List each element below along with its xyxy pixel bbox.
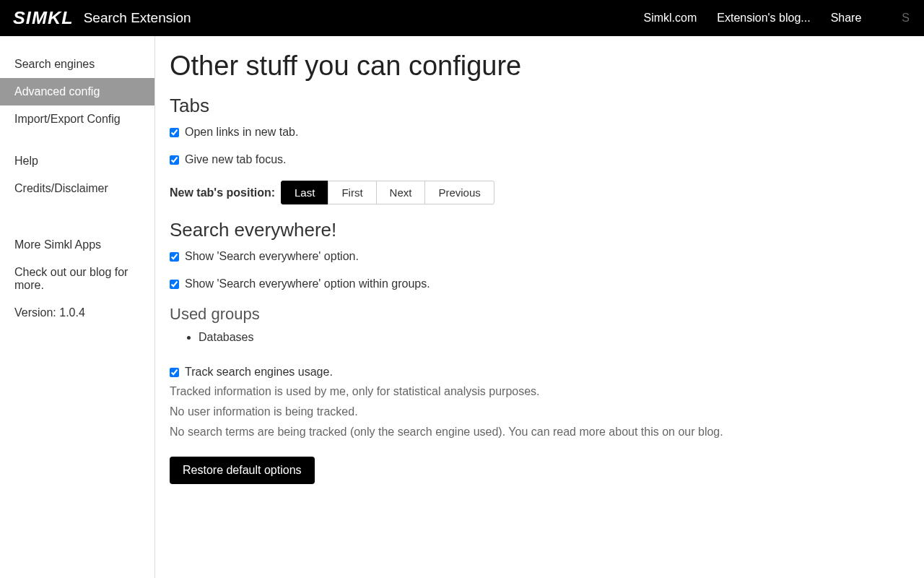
- tab-position-last[interactable]: Last: [281, 181, 328, 204]
- tabs-heading: Tabs: [170, 95, 870, 117]
- focus-new-tab-label: Give new tab focus.: [185, 153, 287, 166]
- show-search-everywhere-row[interactable]: Show 'Search everywhere' option.: [170, 250, 870, 263]
- used-groups-list: Databases: [170, 331, 870, 344]
- tab-position-first[interactable]: First: [328, 181, 376, 204]
- used-groups-heading: Used groups: [170, 305, 870, 324]
- track-info-3: No search terms are being tracked (only …: [170, 423, 819, 441]
- sidebar-item-help[interactable]: Help: [0, 147, 154, 175]
- tab-position-next[interactable]: Next: [376, 181, 426, 204]
- open-new-tab-checkbox[interactable]: [170, 128, 179, 137]
- track-info-2: No user information is being tracked.: [170, 403, 819, 420]
- main-content: Other stuff you can configure Tabs Open …: [155, 36, 924, 578]
- link-simkl[interactable]: Simkl.com: [643, 12, 697, 25]
- sidebar-blog-prompt[interactable]: Check out our blog for more.: [0, 259, 154, 299]
- tab-position-previous[interactable]: Previous: [424, 181, 494, 204]
- sidebar-more-apps[interactable]: More Simkl Apps: [0, 231, 154, 259]
- open-new-tab-label: Open links in new tab.: [185, 126, 298, 139]
- show-search-groups-checkbox[interactable]: [170, 280, 179, 289]
- sidebar-item-import-export[interactable]: Import/Export Config: [0, 105, 154, 133]
- show-search-everywhere-checkbox[interactable]: [170, 252, 179, 262]
- focus-new-tab-checkbox[interactable]: [170, 155, 179, 165]
- track-usage-checkbox[interactable]: [170, 368, 179, 377]
- tab-position-buttons: Last First Next Previous: [281, 181, 494, 204]
- app-header: SIMKL Search Extension Simkl.com Extensi…: [0, 0, 924, 36]
- tab-position-row: New tab's position: Last First Next Prev…: [170, 181, 870, 204]
- search-everywhere-heading: Search everywhere!: [170, 219, 870, 241]
- header-links: Simkl.com Extension's blog... Share S: [643, 12, 910, 25]
- focus-new-tab-row[interactable]: Give new tab focus.: [170, 153, 870, 166]
- header-trailing: S: [902, 12, 910, 25]
- used-group-item: Databases: [199, 331, 870, 344]
- tab-position-label: New tab's position:: [170, 186, 275, 199]
- blog-link[interactable]: our blog: [678, 426, 720, 438]
- show-search-groups-row[interactable]: Show 'Search everywhere' option within g…: [170, 277, 870, 290]
- header-title: Search Extension: [84, 10, 191, 26]
- open-new-tab-row[interactable]: Open links in new tab.: [170, 126, 870, 139]
- sidebar-version: Version: 1.0.4: [0, 299, 154, 327]
- track-usage-label: Track search engines usage.: [185, 366, 333, 379]
- page-title: Other stuff you can configure: [170, 51, 870, 82]
- show-search-groups-label: Show 'Search everywhere' option within g…: [185, 277, 430, 290]
- sidebar: Search engines Advanced config Import/Ex…: [0, 36, 155, 578]
- link-blog[interactable]: Extension's blog...: [717, 12, 810, 25]
- sidebar-item-search-engines[interactable]: Search engines: [0, 51, 154, 78]
- link-share[interactable]: Share: [831, 12, 862, 25]
- logo[interactable]: SIMKL: [13, 8, 74, 28]
- restore-defaults-button[interactable]: Restore default options: [170, 457, 315, 484]
- show-search-everywhere-label: Show 'Search everywhere' option.: [185, 250, 359, 263]
- track-info-1: Tracked information is used by me, only …: [170, 383, 819, 400]
- sidebar-item-advanced-config[interactable]: Advanced config: [0, 78, 154, 105]
- sidebar-item-credits[interactable]: Credits/Disclaimer: [0, 175, 154, 202]
- track-usage-row[interactable]: Track search engines usage.: [170, 366, 870, 379]
